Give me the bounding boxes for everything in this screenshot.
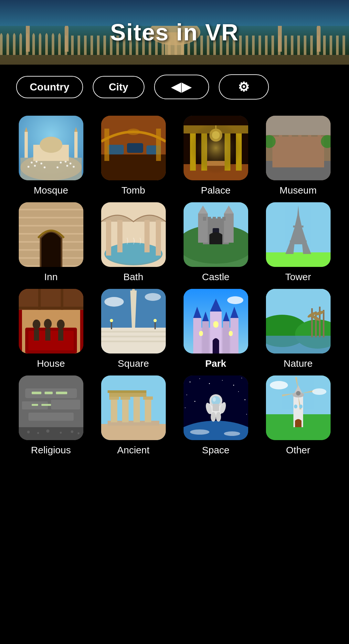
grid-item-inn[interactable]: Inn [13,202,89,282]
svg-rect-243 [143,396,153,400]
label-inn: Inn [44,271,58,282]
grid-item-tomb[interactable]: Tomb [95,116,171,196]
thumbnail-museum [266,116,331,180]
svg-rect-135 [144,220,150,252]
svg-rect-167 [45,329,50,341]
svg-rect-134 [117,220,122,252]
grid-item-ancient[interactable]: Ancient [95,375,171,456]
category-grid: Mosque Tomb [0,109,349,475]
thumbnail-square [101,289,166,354]
thumbnail-inn [19,202,83,267]
svg-rect-16 [90,36,93,55]
svg-point-77 [27,166,29,168]
grid-item-castle[interactable]: Castle [178,202,254,282]
svg-rect-50 [310,36,313,55]
grid-item-bath[interactable]: Bath [95,202,171,282]
svg-rect-49 [304,36,306,55]
svg-point-164 [33,320,40,329]
svg-rect-223 [56,392,67,394]
label-house: House [37,358,65,369]
grid-item-religious[interactable]: Religious [13,375,89,456]
thumbnail-nature [266,289,331,354]
svg-rect-200 [213,321,218,328]
svg-point-252 [241,378,242,378]
svg-rect-47 [291,36,293,55]
thumbnail-tomb [101,116,166,180]
grid-item-museum[interactable]: Museum [260,116,336,196]
svg-point-254 [194,401,195,402]
label-space: Space [202,445,229,456]
grid-item-tower[interactable]: Tower [260,202,336,282]
svg-point-108 [190,122,242,174]
label-religious: Religious [31,445,71,456]
grid-item-palace[interactable]: Palace [178,116,254,196]
svg-point-178 [104,297,124,307]
svg-rect-201 [199,331,203,336]
svg-rect-41 [252,36,255,55]
svg-rect-39 [239,36,242,55]
vr-button[interactable]: ◀▶ [154,75,209,99]
thumbnail-palace [184,116,248,180]
svg-rect-181 [101,336,166,337]
svg-rect-193 [223,321,229,354]
page-title: Sites in VR [110,19,239,46]
svg-rect-234 [101,424,166,440]
settings-button[interactable]: ⚙ [219,74,269,100]
city-button[interactable]: City [93,76,144,98]
grid-item-other[interactable]: Other [260,375,336,456]
svg-rect-147 [213,217,216,221]
label-nature: Nature [283,358,312,369]
thumbnail-castle [184,202,248,267]
grid-item-park[interactable]: Park [178,289,254,369]
svg-rect-43 [265,36,268,55]
svg-rect-220 [28,413,74,421]
svg-rect-221 [32,392,41,394]
grid-item-nature[interactable]: Nature [260,289,336,369]
grid-item-space[interactable]: Space [178,375,254,456]
svg-point-251 [233,385,234,386]
svg-point-250 [222,380,223,381]
label-castle: Castle [202,271,229,282]
svg-rect-222 [45,392,53,394]
svg-rect-92 [127,143,143,153]
svg-rect-158 [293,226,303,227]
svg-rect-124 [19,218,83,225]
svg-rect-172 [38,289,41,310]
svg-rect-68 [20,158,82,180]
svg-point-73 [40,163,42,164]
grid-item-mosque[interactable]: Mosque [13,116,89,196]
svg-rect-17 [97,36,100,55]
svg-point-253 [186,395,187,395]
svg-rect-146 [208,217,211,221]
header-banner: Sites in VR [0,0,349,65]
label-other: Other [286,445,310,456]
svg-rect-169 [58,329,63,341]
grid-item-square[interactable]: Square [95,289,171,369]
vr-icon: ◀▶ [171,80,192,94]
grid-item-house[interactable]: House [13,289,89,369]
svg-point-258 [246,414,247,415]
svg-rect-284 [299,405,302,408]
svg-rect-18 [103,36,106,55]
svg-rect-240 [109,396,119,400]
svg-point-229 [46,429,49,433]
svg-rect-239 [145,398,151,422]
svg-rect-212 [323,310,324,337]
thumbnail-tower [266,202,331,267]
svg-rect-46 [284,36,287,55]
svg-rect-15 [84,36,87,55]
svg-rect-192 [202,321,209,354]
svg-point-82 [73,166,75,168]
thumbnail-bath [101,202,166,267]
svg-point-261 [190,429,209,435]
label-tomb: Tomb [122,185,145,196]
label-ancient: Ancient [117,445,149,456]
svg-point-228 [37,432,39,434]
thumbnail-space [184,375,248,440]
svg-rect-14 [78,36,80,55]
svg-rect-159 [290,240,307,242]
svg-rect-123 [19,210,83,217]
country-button[interactable]: Country [16,76,83,98]
svg-point-88 [40,137,62,153]
svg-rect-56 [26,26,30,52]
